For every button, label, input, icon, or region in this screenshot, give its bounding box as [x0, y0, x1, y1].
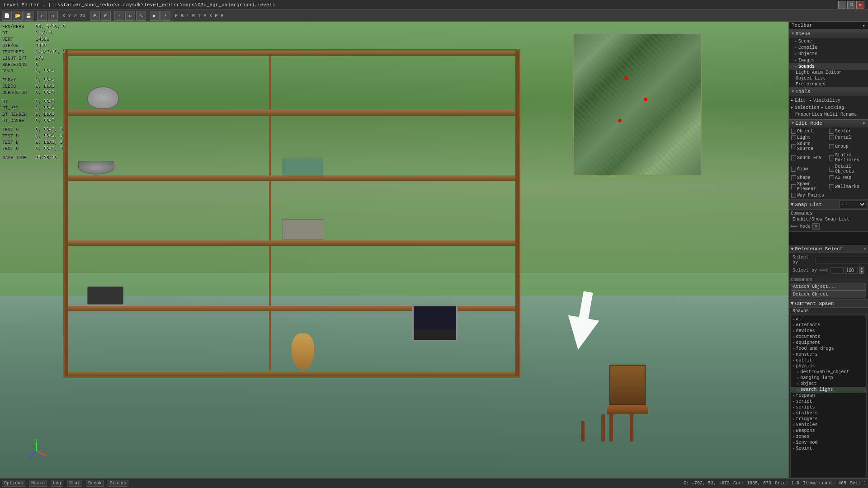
scene-item-compile[interactable]: ▸Compile: [789, 44, 868, 51]
em-sector-label[interactable]: Sector: [835, 129, 851, 134]
edit-mode-header[interactable]: ▼ Edit Mode ▾: [789, 119, 868, 127]
spawn-scripts[interactable]: ▸scripts: [791, 404, 866, 410]
scene-item-light-anim[interactable]: Light Anim Editor: [789, 70, 868, 75]
select-by-pct[interactable]: [845, 267, 858, 274]
spawn-point[interactable]: ▸$point: [791, 446, 866, 451]
em-static-particles-checkbox[interactable]: [829, 155, 834, 160]
spawn-physics[interactable]: ▾physics: [791, 363, 866, 369]
em-sector-checkbox[interactable]: [829, 129, 834, 134]
spawn-respawn[interactable]: ▸respawn: [791, 393, 866, 399]
scene-item-objects[interactable]: ▸Objects: [789, 51, 868, 57]
spawn-object[interactable]: ▸object: [791, 381, 866, 387]
spawn-destroyable[interactable]: ▸destroyable_object: [791, 369, 866, 375]
em-portal-checkbox[interactable]: [829, 135, 834, 140]
snap-button[interactable]: ⊡: [101, 11, 111, 21]
spawn-outfit[interactable]: ▸outfit: [791, 357, 866, 363]
spawn-devices[interactable]: ▸devices: [791, 328, 866, 334]
spawn-stalkers[interactable]: ▸stalkers: [791, 410, 866, 416]
scale-button[interactable]: ⤡: [136, 11, 146, 21]
select-by-down2[interactable]: ▼: [859, 270, 864, 274]
em-group-label[interactable]: Group: [835, 144, 849, 149]
multi-rename-label[interactable]: Multi Rename: [824, 112, 857, 117]
select-button[interactable]: ▶: [150, 11, 160, 21]
em-ai-map-checkbox[interactable]: [829, 175, 834, 180]
status-btn[interactable]: Status: [108, 480, 128, 487]
tools-header[interactable]: ▼ Tools: [789, 88, 868, 96]
options-btn[interactable]: Options: [2, 480, 25, 487]
macro-btn[interactable]: Macro: [29, 480, 47, 487]
em-wallmarks-checkbox[interactable]: [829, 184, 834, 189]
ref-select-expand[interactable]: ▾: [863, 246, 866, 252]
undo-button[interactable]: ↩: [37, 11, 47, 21]
scene-header[interactable]: ▼ Scene: [789, 30, 868, 38]
em-group-checkbox[interactable]: [829, 144, 834, 149]
scene-item-preferences[interactable]: Preferences: [789, 81, 868, 87]
em-way-points-checkbox[interactable]: [791, 193, 796, 198]
em-object-checkbox[interactable]: [791, 129, 796, 134]
em-light-checkbox[interactable]: [791, 135, 796, 140]
spawn-documents[interactable]: ▸documents: [791, 334, 866, 340]
select-by-input1[interactable]: [816, 257, 868, 263]
visibility-label[interactable]: Visibility: [813, 98, 840, 103]
em-object-label[interactable]: Object: [797, 129, 813, 134]
spawn-hanging-lamp[interactable]: ▸hanging lamp: [791, 375, 866, 381]
em-shape-label[interactable]: Shape: [797, 175, 811, 180]
enable-snap-list[interactable]: Enable/Show Snap List: [791, 216, 866, 222]
em-detail-objects-checkbox[interactable]: [829, 167, 834, 172]
save-button[interactable]: 💾: [24, 11, 33, 21]
break-btn[interactable]: Break: [86, 480, 104, 487]
toolbar-expand-icon[interactable]: ▾: [862, 23, 865, 28]
spawn-equipment[interactable]: ▸equipment: [791, 340, 866, 346]
scene-item-scene[interactable]: ▸Scene: [789, 38, 868, 44]
em-glow-label[interactable]: Glow: [797, 167, 808, 172]
em-wallmarks-label[interactable]: Wallmarks: [835, 184, 859, 189]
edit-label[interactable]: Edit: [795, 98, 806, 103]
close-button[interactable]: ✕: [856, 1, 864, 9]
em-static-particles-label[interactable]: Static Particles: [835, 153, 866, 163]
scene-item-sounds[interactable]: ▸Sounds: [789, 63, 868, 70]
open-button[interactable]: 📂: [13, 11, 23, 21]
log-btn[interactable]: Log: [51, 480, 63, 487]
em-ai-map-label[interactable]: AI Map: [835, 175, 851, 180]
scene-item-object-list[interactable]: Object List: [789, 75, 868, 81]
spawn-artefacts[interactable]: ▸artefacts: [791, 322, 866, 328]
em-sound-env-checkbox[interactable]: [791, 155, 796, 160]
spawn-ai[interactable]: ▸ai: [791, 316, 866, 322]
em-spawn-element-label[interactable]: Spawn Element: [797, 182, 828, 192]
em-way-points-label[interactable]: Way Points: [797, 193, 824, 198]
spawn-script[interactable]: ▸script: [791, 399, 866, 404]
spawn-food-drugs[interactable]: ▸food and drugs: [791, 346, 866, 352]
em-sound-source-label[interactable]: Sound Source: [797, 141, 828, 151]
em-sound-source-checkbox[interactable]: [791, 144, 796, 149]
viewport-3d[interactable]: FPS/RFPS80, 5/30, 0 DT0.00 M VERT34590 D…: [0, 22, 788, 478]
grid-button[interactable]: ⊞: [90, 11, 100, 21]
rotate-button[interactable]: ↻: [125, 11, 135, 21]
edit-mode-expand[interactable]: ▾: [863, 121, 865, 126]
em-spawn-element-checkbox[interactable]: [791, 184, 796, 189]
new-button[interactable]: 📄: [2, 11, 12, 21]
attach-object-button[interactable]: Attach Object...: [791, 283, 866, 291]
spawn-weapons[interactable]: ▸weapons: [791, 428, 866, 434]
redo-button[interactable]: ↪: [48, 11, 58, 21]
spawn-env-mod[interactable]: ▸$env_mod: [791, 440, 866, 446]
selection-label[interactable]: Selection: [795, 105, 819, 110]
snap-x-btn[interactable]: ✕: [812, 223, 820, 230]
minimize-button[interactable]: _: [838, 1, 846, 9]
em-shape-checkbox[interactable]: [791, 175, 796, 180]
detach-object-button[interactable]: Detach Object: [791, 291, 866, 298]
select-by-up2[interactable]: ▲: [859, 267, 864, 270]
em-glow-checkbox[interactable]: [791, 167, 796, 172]
snap-list-combo[interactable]: —: [839, 201, 866, 208]
spawn-monsters[interactable]: ▸monsters: [791, 352, 866, 357]
move-button[interactable]: ✛: [114, 11, 124, 21]
add-button[interactable]: +: [160, 11, 170, 21]
spawn-search-light[interactable]: ▸search light: [791, 387, 866, 393]
locking-label[interactable]: Locking: [825, 105, 844, 110]
stat-btn[interactable]: Stat: [67, 480, 82, 487]
properties-label[interactable]: Properties: [791, 112, 822, 117]
spawn-triggers[interactable]: ▸triggers: [791, 416, 866, 422]
em-light-label[interactable]: Light: [797, 135, 811, 140]
em-detail-objects-label[interactable]: Detail Objects: [835, 164, 866, 174]
em-sound-env-label[interactable]: Sound Env: [797, 155, 821, 160]
spawn-vehicles[interactable]: ▸vehicles: [791, 422, 866, 428]
